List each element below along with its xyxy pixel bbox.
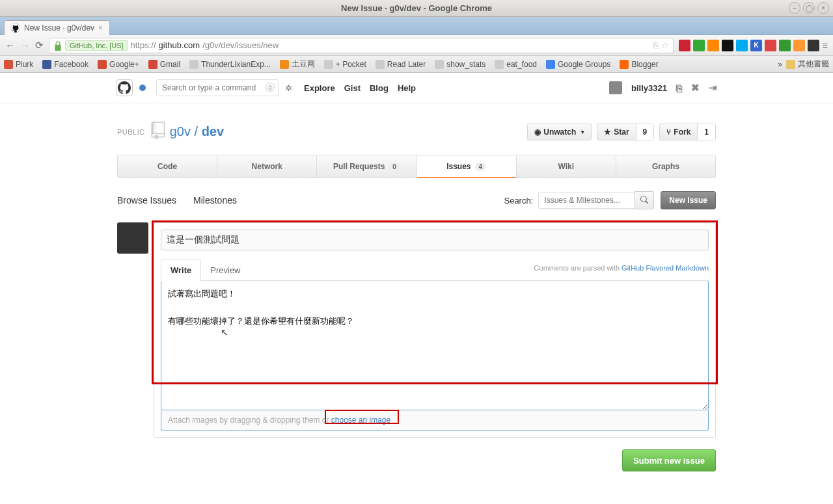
window-minimize-button[interactable]: – <box>789 2 800 14</box>
browser-tab[interactable]: New Issue · g0v/dev × <box>4 20 110 35</box>
signout-icon[interactable]: ⇥ <box>709 82 717 94</box>
new-issue-button[interactable]: New Issue <box>661 191 716 209</box>
repo-icon <box>150 122 166 142</box>
search-settings-icon[interactable]: ✲ <box>285 83 292 93</box>
command-search-input[interactable] <box>156 79 279 96</box>
back-button[interactable]: ← <box>5 40 15 51</box>
browser-tabstrip: New Issue · g0v/dev × <box>0 17 833 35</box>
tab-wiki[interactable]: Wiki <box>517 155 616 178</box>
bookmark-item[interactable]: Blogger <box>620 60 658 69</box>
ext-icon[interactable] <box>793 40 805 51</box>
forward-button[interactable]: → <box>20 40 30 51</box>
ext-icon[interactable] <box>736 40 748 51</box>
fork-button[interactable]: ⑂Fork 1 <box>659 124 716 140</box>
star-button[interactable]: ★Star 9 <box>597 124 654 140</box>
bookmark-item[interactable]: eat_food <box>495 60 537 69</box>
nav-help[interactable]: Help <box>398 83 416 93</box>
attach-hint: Attach images by dragging & dropping the… <box>161 410 709 431</box>
window-title: New Issue · g0v/dev - Google Chrome <box>341 3 492 13</box>
tab-pull-requests[interactable]: Pull Requests0 <box>317 155 416 178</box>
bookmark-icon <box>546 60 555 69</box>
other-bookmarks-folder[interactable]: 其他書籤 <box>786 59 829 70</box>
gfm-link[interactable]: GitHub Flavored Markdown <box>621 264 709 272</box>
ext-icon[interactable] <box>679 40 690 51</box>
notifications-indicator[interactable] <box>139 85 146 91</box>
markdown-hint: Comments are parsed with GitHub Flavored… <box>534 264 709 276</box>
ext-icon[interactable] <box>722 40 733 51</box>
address-bar[interactable]: GitHub, Inc. [US] https:// github.com /g… <box>49 38 674 53</box>
os-titlebar: New Issue · g0v/dev - Google Chrome – ◯ … <box>0 0 833 17</box>
omnibox-action-icon[interactable]: ⎘ <box>653 40 659 50</box>
bookmark-item[interactable]: Facebook <box>42 60 89 69</box>
username[interactable]: billy3321 <box>631 83 667 93</box>
issues-search-input[interactable] <box>538 192 635 209</box>
nav-explore[interactable]: Explore <box>304 83 335 93</box>
bookmark-star-icon[interactable]: ☆ <box>661 40 669 50</box>
issues-subnav: Browse Issues Milestones Search: New Iss… <box>117 191 716 209</box>
fork-icon: ⑂ <box>666 127 671 137</box>
milestones-link[interactable]: Milestones <box>193 195 237 206</box>
settings-icon[interactable]: ✖ <box>691 82 700 94</box>
window-maximize-button[interactable]: ◯ <box>803 2 815 14</box>
bookmark-item[interactable]: Google Groups <box>546 60 610 69</box>
ext-icon[interactable]: K <box>750 40 762 51</box>
ssl-badge: GitHub, Inc. [US] <box>65 40 128 51</box>
search-clear-icon[interactable]: ◎ <box>266 83 275 92</box>
preview-tab[interactable]: Preview <box>201 260 249 280</box>
nav-blog[interactable]: Blog <box>370 83 389 93</box>
browse-issues-link[interactable]: Browse Issues <box>117 195 176 206</box>
bookmark-item[interactable]: Read Later <box>376 60 426 69</box>
nav-gist[interactable]: Gist <box>344 83 361 93</box>
issue-title-input[interactable] <box>161 230 709 250</box>
tab-graphs[interactable]: Graphs <box>616 155 715 178</box>
ext-icon[interactable] <box>779 40 791 51</box>
issue-body-textarea[interactable] <box>161 280 709 410</box>
bookmark-item[interactable]: 土豆网 <box>280 59 315 70</box>
reload-button[interactable]: ⟳ <box>35 40 44 51</box>
ext-icon[interactable] <box>808 40 819 51</box>
tab-code[interactable]: Code <box>118 155 217 178</box>
star-count[interactable]: 9 <box>636 124 654 140</box>
bookmark-item[interactable]: Plurk <box>4 60 33 69</box>
bookmark-item[interactable]: ThunderLixianExp... <box>189 60 271 69</box>
ext-icon[interactable] <box>693 40 705 51</box>
bookmark-item[interactable]: show_stats <box>435 60 485 69</box>
bookmark-item[interactable]: + Pocket <box>324 60 366 69</box>
ext-icon[interactable] <box>707 40 719 51</box>
chrome-menu-icon[interactable]: ≡ <box>822 40 828 51</box>
submit-issue-button[interactable]: Submit new issue <box>622 449 716 471</box>
repo-header: PUBLIC g0v / dev ◉Unwatch ★Star 9 ⑂Fork … <box>117 122 716 142</box>
author-avatar <box>117 222 148 254</box>
url-path: /g0v/dev/issues/new <box>202 40 279 50</box>
github-header: ◎ ✲ Explore Gist Blog Help billy3321 ⎘ ✖… <box>0 73 833 103</box>
bookmark-icon <box>324 60 333 69</box>
new-repo-icon[interactable]: ⎘ <box>676 83 682 94</box>
search-icon <box>640 196 648 204</box>
bookmarks-bar: PlurkFacebookGoogle+GmailThunderLixianEx… <box>0 56 833 73</box>
bookmark-icon <box>42 60 51 69</box>
tab-network[interactable]: Network <box>217 155 317 178</box>
repo-owner-link[interactable]: g0v <box>170 124 191 139</box>
tab-close-icon[interactable]: × <box>98 23 103 33</box>
ext-icon[interactable] <box>765 40 776 51</box>
search-label: Search: <box>504 196 533 206</box>
folder-icon <box>786 60 795 69</box>
tab-issues[interactable]: Issues4 <box>417 155 517 178</box>
search-button[interactable] <box>635 191 654 209</box>
window-close-button[interactable]: × <box>817 2 829 14</box>
extension-icons: K ≡ <box>679 40 828 51</box>
unwatch-button[interactable]: ◉Unwatch <box>527 124 592 140</box>
choose-image-link[interactable]: choose an image <box>331 416 390 425</box>
bookmark-overflow[interactable]: » <box>778 60 782 69</box>
fork-count[interactable]: 1 <box>697 124 715 140</box>
write-tab[interactable]: Write <box>161 259 201 281</box>
repo-name: g0v / dev <box>170 124 224 139</box>
browser-toolbar: ← → ⟳ GitHub, Inc. [US] https:// github.… <box>0 35 833 56</box>
bookmark-item[interactable]: Gmail <box>148 60 180 69</box>
url-domain: github.com <box>159 40 200 50</box>
github-logo[interactable] <box>116 79 133 96</box>
bookmark-icon <box>98 60 107 69</box>
repo-name-link[interactable]: dev <box>202 124 224 139</box>
bookmark-item[interactable]: Google+ <box>98 60 139 69</box>
user-avatar[interactable] <box>609 81 622 94</box>
